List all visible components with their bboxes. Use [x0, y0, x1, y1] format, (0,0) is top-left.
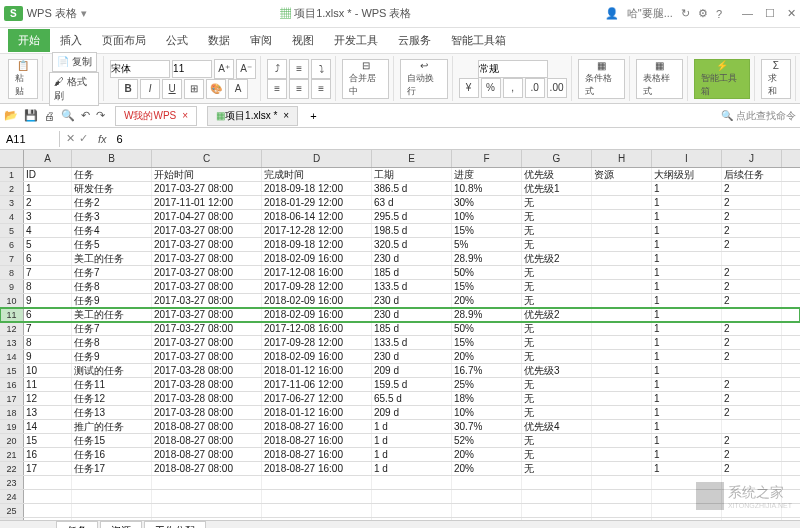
accept-formula-icon[interactable]: ✓ [79, 132, 88, 145]
cell[interactable]: 6 [24, 308, 72, 321]
cell[interactable] [372, 476, 452, 489]
cell[interactable] [592, 294, 652, 307]
cell[interactable]: 优先级 [522, 168, 592, 181]
row-header[interactable]: 7 [0, 252, 24, 265]
column-header-A[interactable]: A [24, 150, 72, 167]
cell[interactable]: 9 [24, 350, 72, 363]
cell[interactable]: 20% [452, 448, 522, 461]
cell[interactable]: 优先级2 [522, 252, 592, 265]
merge-center-button[interactable]: ⊟ 合并居中 [342, 59, 389, 99]
add-tab-button[interactable]: + [310, 110, 316, 122]
currency-button[interactable]: ¥ [459, 78, 479, 98]
row-header[interactable]: 6 [0, 238, 24, 251]
cell[interactable]: 7 [24, 322, 72, 335]
cell[interactable] [24, 518, 72, 520]
cell[interactable]: 2017-09-28 12:00 [262, 336, 372, 349]
cell[interactable] [592, 336, 652, 349]
cell[interactable] [592, 210, 652, 223]
row-header[interactable]: 8 [0, 266, 24, 279]
cell[interactable]: 后续任务 [722, 168, 782, 181]
cell[interactable]: 50% [452, 266, 522, 279]
cell[interactable]: 230 d [372, 252, 452, 265]
row-header[interactable]: 9 [0, 280, 24, 293]
cell[interactable]: 任务8 [72, 280, 152, 293]
align-middle-button[interactable]: ≡ [289, 59, 309, 79]
cell[interactable]: 2017-03-27 08:00 [152, 280, 262, 293]
cell[interactable]: 无 [522, 224, 592, 237]
cell[interactable]: 2017-03-28 08:00 [152, 392, 262, 405]
cell[interactable] [592, 462, 652, 475]
cell[interactable]: 1 [652, 224, 722, 237]
cell[interactable]: 2 [722, 378, 782, 391]
cell[interactable]: 任务7 [72, 322, 152, 335]
cell[interactable]: 2017-03-28 08:00 [152, 406, 262, 419]
cell[interactable]: 1 d [372, 420, 452, 433]
cell[interactable]: 2 [722, 434, 782, 447]
cell[interactable]: 8 [24, 336, 72, 349]
row-header[interactable]: 18 [0, 406, 24, 419]
cell[interactable] [722, 308, 782, 321]
sum-button[interactable]: Σ 求和 [761, 59, 791, 99]
cell[interactable]: 2018-01-12 16:00 [262, 364, 372, 377]
decrease-decimal-button[interactable]: .0 [525, 78, 545, 98]
cell[interactable]: 2 [722, 336, 782, 349]
cell[interactable] [452, 490, 522, 503]
cell[interactable]: 10.8% [452, 182, 522, 195]
cell[interactable] [152, 490, 262, 503]
close-tab-icon[interactable]: × [182, 110, 188, 121]
cell-reference-box[interactable]: A11 [0, 131, 60, 147]
increase-decimal-button[interactable]: .00 [547, 78, 567, 98]
cell[interactable]: 295.5 d [372, 210, 452, 223]
cell[interactable]: 2017-03-27 08:00 [152, 294, 262, 307]
sync-icon[interactable]: ↻ [681, 7, 690, 20]
cell[interactable]: 2 [722, 322, 782, 335]
column-header-H[interactable]: H [592, 150, 652, 167]
cell[interactable]: 2 [722, 462, 782, 475]
cell[interactable]: 2018-08-27 16:00 [262, 448, 372, 461]
cell[interactable]: 任务2 [72, 196, 152, 209]
cell[interactable]: 2018-08-27 16:00 [262, 462, 372, 475]
cell[interactable]: 任务15 [72, 434, 152, 447]
cell[interactable]: 2018-08-27 16:00 [262, 420, 372, 433]
cell[interactable]: 320.5 d [372, 238, 452, 251]
cell[interactable] [522, 476, 592, 489]
row-header[interactable]: 11 [0, 308, 24, 321]
cell[interactable]: 15 [24, 434, 72, 447]
row-header[interactable]: 2 [0, 182, 24, 195]
cell[interactable]: 65.5 d [372, 392, 452, 405]
cell[interactable]: 2018-08-27 08:00 [152, 420, 262, 433]
row-header[interactable]: 4 [0, 210, 24, 223]
cell[interactable]: 2017-12-08 16:00 [262, 322, 372, 335]
cell[interactable]: 30% [452, 196, 522, 209]
cell[interactable]: 28.9% [452, 252, 522, 265]
cell[interactable]: 2018-02-09 16:00 [262, 252, 372, 265]
cell[interactable]: 2018-08-27 08:00 [152, 448, 262, 461]
cell[interactable]: 2017-03-27 08:00 [152, 350, 262, 363]
increase-font-button[interactable]: A⁺ [214, 59, 234, 79]
cell[interactable]: 17 [24, 462, 72, 475]
cell[interactable]: 1 [652, 308, 722, 321]
cell[interactable]: 14 [24, 420, 72, 433]
menu-tab-2[interactable]: 页面布局 [92, 29, 156, 52]
cell[interactable] [592, 196, 652, 209]
formula-input[interactable] [111, 131, 800, 147]
border-button[interactable]: ⊞ [184, 79, 204, 99]
row-header[interactable]: 25 [0, 504, 24, 517]
undo-icon[interactable]: ↶ [81, 109, 90, 122]
conditional-format-button[interactable]: ▦ 条件格式 [578, 59, 625, 99]
cell[interactable]: 10 [24, 364, 72, 377]
cell[interactable]: 无 [522, 448, 592, 461]
cell[interactable]: 1 d [372, 434, 452, 447]
cell[interactable] [722, 252, 782, 265]
cell[interactable]: 任务12 [72, 392, 152, 405]
cell[interactable]: 1 [652, 392, 722, 405]
cell[interactable] [452, 476, 522, 489]
row-header[interactable]: 20 [0, 434, 24, 447]
cell[interactable]: 20% [452, 350, 522, 363]
cell[interactable]: 无 [522, 462, 592, 475]
cell[interactable]: 1 [652, 238, 722, 251]
cell[interactable]: 1 [652, 406, 722, 419]
cell[interactable] [722, 518, 782, 520]
align-center-button[interactable]: ≡ [289, 79, 309, 99]
cell[interactable]: 2018-02-09 16:00 [262, 308, 372, 321]
